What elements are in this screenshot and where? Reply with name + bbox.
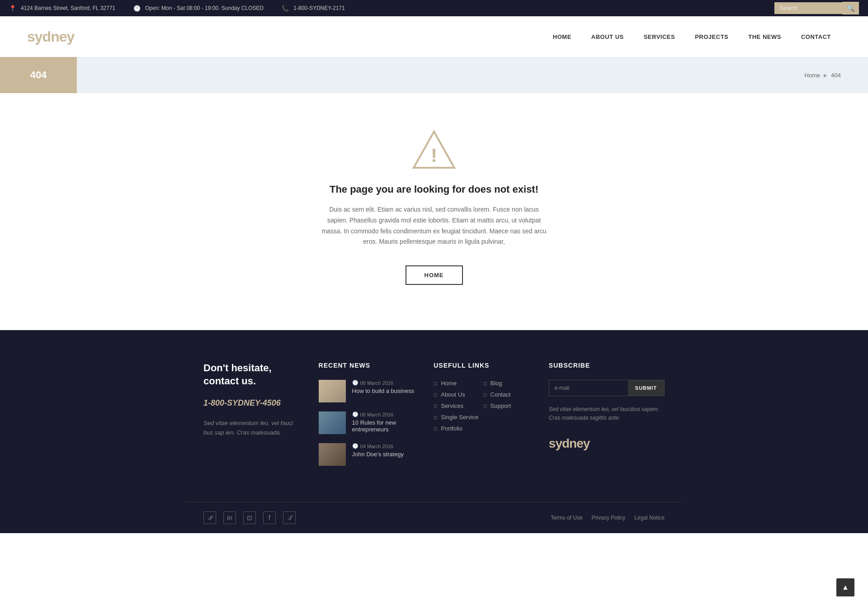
footer-legal: Terms of Use Privacy Policy Legal Notice xyxy=(551,515,665,521)
breadcrumb: Home ▶ 404 xyxy=(805,72,841,79)
breadcrumb-bar: 404 Home ▶ 404 xyxy=(0,57,868,93)
subscribe-email-input[interactable] xyxy=(549,380,628,396)
search-bar[interactable]: 🔍 xyxy=(774,2,859,14)
news-info-3: 🕐 04 March 2016 John Doe's strategy xyxy=(352,443,404,458)
clock-icon-news: 🕐 xyxy=(352,380,359,386)
subscribe-form: SUBMIT xyxy=(549,380,665,396)
logo-black: syd xyxy=(27,28,51,45)
nav-projects[interactable]: PROJECTS xyxy=(685,33,738,40)
subscribe-description: Sed vitae elementum leo, vel faucibus sa… xyxy=(549,405,665,422)
error-code-box: 404 xyxy=(0,57,77,93)
legal-link[interactable]: Legal Notice xyxy=(634,515,665,521)
footer-subscribe-col: SUBSCRIBE SUBMIT Sed vitae elementum leo… xyxy=(549,362,665,475)
terms-link[interactable]: Terms of Use xyxy=(551,515,583,521)
clock-icon-news: 🕐 xyxy=(352,411,359,417)
footer-phone: 1-800-SYDNEY-4506 xyxy=(203,397,301,410)
news-thumb-2 xyxy=(319,411,346,434)
footer-links-col: USEFULL LINKS ◻ Home ◻ About Us ◻ Servic… xyxy=(434,362,531,475)
nav-home[interactable]: HOME xyxy=(543,33,581,40)
news-date-1: 🕐 08 March 2016 xyxy=(352,380,414,386)
facebook-icon[interactable]: f xyxy=(263,511,276,524)
warning-icon: ! xyxy=(411,129,457,170)
home-button[interactable]: HOME xyxy=(406,265,463,285)
clock-icon: 🕐 xyxy=(133,5,141,12)
nav-news[interactable]: THE NEWS xyxy=(738,33,791,40)
footer-bottom: 𝒫 in ⊡ f 𝒯 Terms of Use Privacy Policy L… xyxy=(185,502,683,533)
nav-services[interactable]: SERVICES xyxy=(634,33,685,40)
subscribe-submit-button[interactable]: SUBMIT xyxy=(628,380,664,396)
phone-brand: SYDNEY xyxy=(227,398,260,407)
link-services[interactable]: ◻ Services xyxy=(434,402,481,409)
site-footer: Don't hesitate, contact us. 1-800-SYDNEY… xyxy=(0,330,868,533)
link-single-service[interactable]: ◻ Single Service xyxy=(434,414,481,421)
footer-news-heading: RECENT NEWS xyxy=(319,362,416,369)
site-header: sydney HOME ABOUT US SERVICES PROJECTS T… xyxy=(0,16,868,57)
twitter-icon[interactable]: 𝒯 xyxy=(283,511,296,524)
logo-gold: ney xyxy=(51,28,74,45)
bullet-icon: ◻ xyxy=(434,426,437,431)
search-input[interactable] xyxy=(774,2,842,14)
link-contact[interactable]: ◻ Contact xyxy=(483,391,531,398)
breadcrumb-current: 404 xyxy=(831,72,841,79)
footer-contact-heading: Don't hesitate, contact us. xyxy=(203,362,301,388)
linkedin-icon[interactable]: in xyxy=(223,511,236,524)
news-info-2: 🕐 06 March 2016 10 Rules for new entrepr… xyxy=(352,411,416,433)
breadcrumb-separator: ▶ xyxy=(824,73,827,78)
location-icon: 📍 xyxy=(9,5,16,12)
nav-about[interactable]: ABOUT US xyxy=(581,33,634,40)
link-about[interactable]: ◻ About Us xyxy=(434,391,481,398)
pinterest-icon[interactable]: 𝒫 xyxy=(203,511,216,524)
bullet-icon: ◻ xyxy=(483,392,487,397)
phone-prefix: 1-800- xyxy=(203,398,227,407)
social-icons: 𝒫 in ⊡ f 𝒯 xyxy=(203,511,296,524)
news-thumb-1 xyxy=(319,380,346,402)
address-info: 📍 4124 Barnes Street, Sanford, FL 32771 xyxy=(9,5,115,12)
news-date-3: 🕐 04 March 2016 xyxy=(352,443,404,449)
main-content: ! The page you are looking for does not … xyxy=(0,93,868,330)
news-item: 🕐 04 March 2016 John Doe's strategy xyxy=(319,443,416,466)
search-button[interactable]: 🔍 xyxy=(842,2,859,14)
link-portfolio[interactable]: ◻ Portfolio xyxy=(434,425,481,432)
site-logo[interactable]: sydney xyxy=(27,28,74,45)
breadcrumb-home-link[interactable]: Home xyxy=(805,72,821,79)
phone-suffix: -4506 xyxy=(260,398,281,407)
footer-contact-col: Don't hesitate, contact us. 1-800-SYDNEY… xyxy=(203,362,301,475)
news-title-3[interactable]: John Doe's strategy xyxy=(352,451,404,458)
main-nav: HOME ABOUT US SERVICES PROJECTS THE NEWS… xyxy=(543,33,841,40)
address-text: 4124 Barnes Street, Sanford, FL 32771 xyxy=(21,5,115,11)
news-title-1[interactable]: How to build a business xyxy=(352,388,414,394)
link-support[interactable]: ◻ Support xyxy=(483,402,531,409)
error-description: Duis ac sem elit. Etiam ac varius nisl, … xyxy=(321,204,547,247)
link-blog[interactable]: ◻ Blog xyxy=(483,380,531,387)
footer-news-col: RECENT NEWS 🕐 08 March 2016 How to build… xyxy=(319,362,416,475)
bullet-icon: ◻ xyxy=(434,392,437,397)
instagram-icon[interactable]: ⊡ xyxy=(243,511,256,524)
phone-text: 1-800-SYDNEY-2171 xyxy=(293,5,345,11)
hours-info: 🕐 Open: Mon - Sat 08:00 - 19:00. Sunday … xyxy=(133,5,264,12)
svg-text:!: ! xyxy=(431,145,437,166)
footer-logo[interactable]: sydney xyxy=(549,436,665,451)
phone-info: 📞 1-800-SYDNEY-2171 xyxy=(282,5,345,12)
news-title-2[interactable]: 10 Rules for new entrepreneurs xyxy=(352,419,416,433)
error-code: 404 xyxy=(30,69,47,81)
news-date-2: 🕐 06 March 2016 xyxy=(352,411,416,417)
news-item: 🕐 08 March 2016 How to build a business xyxy=(319,380,416,402)
phone-icon: 📞 xyxy=(282,5,289,12)
hours-text: Open: Mon - Sat 08:00 - 19:00. Sunday CL… xyxy=(145,5,264,11)
error-title: The page you are looking for does not ex… xyxy=(330,184,538,195)
bullet-icon: ◻ xyxy=(483,403,487,408)
bullet-icon: ◻ xyxy=(434,415,437,420)
top-bar: 📍 4124 Barnes Street, Sanford, FL 32771 … xyxy=(0,0,868,16)
footer-logo-gold: ney xyxy=(569,436,590,450)
bullet-icon: ◻ xyxy=(483,381,487,386)
news-info-1: 🕐 08 March 2016 How to build a business xyxy=(352,380,414,394)
footer-logo-black: syd xyxy=(549,436,569,450)
news-thumb-3 xyxy=(319,443,346,466)
link-home[interactable]: ◻ Home xyxy=(434,380,481,387)
nav-contact[interactable]: CONTACT xyxy=(791,33,841,40)
privacy-link[interactable]: Privacy Policy xyxy=(592,515,626,521)
bullet-icon: ◻ xyxy=(434,381,437,386)
news-item: 🕐 06 March 2016 10 Rules for new entrepr… xyxy=(319,411,416,434)
footer-subscribe-heading: SUBSCRIBE xyxy=(549,362,665,369)
footer-contact-desc: Sed vitae elementum leo, vel fauci bus s… xyxy=(203,419,301,438)
